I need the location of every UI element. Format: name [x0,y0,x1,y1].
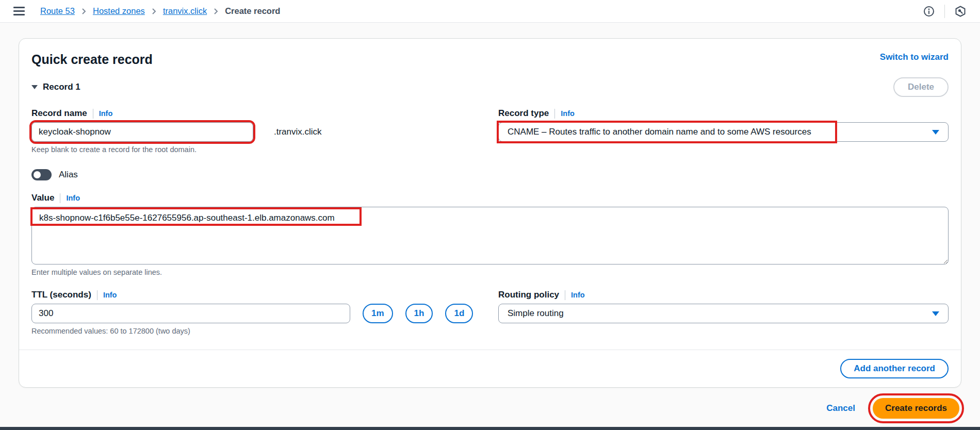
ttl-helper-text: Recommended values: 60 to 172800 (two da… [31,327,480,335]
breadcrumb: Route 53 Hosted zones tranvix.click Crea… [40,6,280,16]
divider [60,193,60,203]
breadcrumb-route53[interactable]: Route 53 [40,6,75,16]
record-name-info-link[interactable]: Info [99,109,113,118]
divider [554,109,555,119]
chevron-down-icon [932,311,939,316]
page-title: Quick create record [31,52,153,67]
quick-create-record-panel: Quick create record Switch to wizard Rec… [19,38,961,388]
triangle-down-icon [31,85,38,89]
ttl-info-link[interactable]: Info [103,291,117,299]
divider [944,5,945,18]
switch-to-wizard-link[interactable]: Switch to wizard [880,52,949,62]
alias-toggle[interactable] [31,169,52,180]
menu-icon[interactable] [13,7,25,15]
value-label: Value [31,193,54,203]
record-name-label: Record name [31,108,87,119]
record-type-info-link[interactable]: Info [561,109,575,118]
cancel-button[interactable]: Cancel [826,403,855,414]
record-type-selected-value: CNAME – Routes traffic to another domain… [508,127,811,137]
divider [565,290,565,300]
record-name-field: Record name Info .tranvix.click Keep bla… [31,108,480,154]
divider [93,109,93,119]
breadcrumb-hosted-zones[interactable]: Hosted zones [93,6,145,16]
ttl-input[interactable] [31,304,350,323]
delete-button[interactable]: Delete [893,77,949,97]
ttl-1m-button[interactable]: 1m [363,304,393,323]
divider [97,290,97,300]
ttl-1h-button[interactable]: 1h [405,304,433,323]
toggle-knob [34,171,41,178]
record-name-helper-text: Keep blank to create a record for the ro… [31,145,480,154]
routing-policy-label: Routing policy [498,290,559,300]
routing-policy-selected-value: Simple routing [508,308,564,319]
ttl-field: TTL (seconds) Info 1m 1h 1d Recommended … [31,290,480,335]
create-records-button[interactable]: Create records [873,398,959,419]
alias-label: Alias [59,170,78,180]
cloudshell-icon[interactable] [954,5,967,18]
routing-policy-field: Routing policy Info Simple routing [498,290,949,335]
value-helper-text: Enter multiple values on separate lines. [31,268,949,276]
record-1-label: Record 1 [43,82,80,92]
page-bottom-bar [0,427,980,430]
alias-row: Alias [31,169,949,180]
info-icon[interactable] [923,5,935,18]
breadcrumb-current-page: Create record [225,6,280,16]
breadcrumb-hosted-zone-name[interactable]: tranvix.click [163,6,207,16]
form-actions: Cancel Create records [19,398,959,419]
record-1-expander[interactable]: Record 1 [31,82,80,92]
routing-policy-select[interactable]: Simple routing [498,304,949,323]
chevron-right-icon [81,8,86,15]
domain-suffix-label: .tranvix.click [274,127,322,137]
ttl-1d-button[interactable]: 1d [445,304,473,323]
record-type-label: Record type [498,108,549,119]
value-field: Value Info k8s-shopnow-c1f6b5e55e-162765… [31,193,949,276]
record-name-input[interactable] [31,122,253,142]
ttl-label: TTL (seconds) [31,290,91,300]
chevron-right-icon [214,8,218,15]
value-info-link[interactable]: Info [66,194,80,202]
value-textarea[interactable]: k8s-shopnow-c1f6b5e55e-1627655956.ap-sou… [31,207,949,264]
add-another-record-button[interactable]: Add another record [840,359,949,378]
routing-policy-info-link[interactable]: Info [571,291,585,299]
chevron-right-icon [152,8,156,15]
top-navigation-bar: Route 53 Hosted zones tranvix.click Crea… [0,0,980,23]
chevron-down-icon [932,130,939,135]
record-type-field: Record type Info CNAME – Routes traffic … [498,108,949,154]
record-type-select[interactable]: CNAME – Routes traffic to another domain… [498,122,949,142]
